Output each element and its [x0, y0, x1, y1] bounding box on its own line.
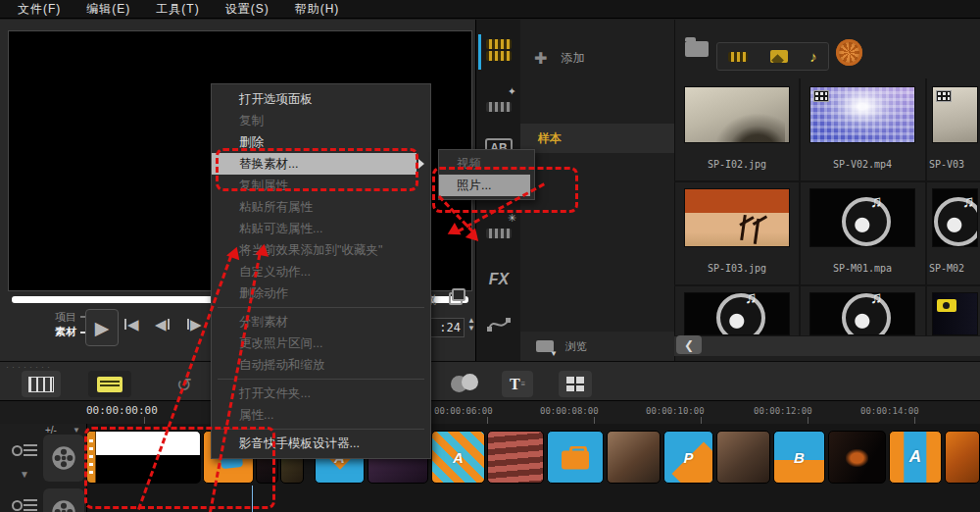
- menu-item-1[interactable]: 复制: [212, 110, 430, 131]
- timeline-clip-crowd[interactable]: [716, 431, 770, 484]
- speed-wheel-icon[interactable]: [836, 39, 862, 66]
- menu-item-4[interactable]: 复制属性: [212, 175, 430, 196]
- menubar-item-3[interactable]: 设置(S): [225, 1, 270, 18]
- timeline-clip-transA2[interactable]: A: [889, 431, 942, 484]
- media-library-icon[interactable]: [484, 35, 514, 65]
- timeline-clip-pFold[interactable]: P: [663, 431, 713, 484]
- timecode-spinner[interactable]: ▲ ▼: [467, 317, 475, 333]
- motion-path-icon[interactable]: [484, 309, 514, 338]
- clip-mode-label[interactable]: 素材: [43, 325, 76, 339]
- transition-icon[interactable]: ✦: [484, 92, 514, 122]
- browse-bar[interactable]: 浏览: [520, 332, 674, 361]
- track-expand-caret-icon[interactable]: ▼: [20, 469, 29, 480]
- subtitle-editor-button[interactable]: T≡: [502, 371, 533, 397]
- undo-icon[interactable]: ↺: [176, 374, 192, 396]
- video-filter-icon[interactable]: [728, 52, 748, 62]
- ruler-tick: [487, 417, 488, 424]
- library-thumb-SP-I03.jpg[interactable]: [684, 188, 790, 247]
- timeline-clip-suitcase[interactable]: [547, 431, 604, 484]
- submenu-item-0[interactable]: 视频: [439, 153, 534, 175]
- storyboard-view-button[interactable]: [22, 371, 61, 397]
- library-thumb-SP-V02.mp4[interactable]: [809, 86, 915, 143]
- timeline-clip-foodDark2[interactable]: [828, 431, 886, 484]
- menu-item-12[interactable]: 自动摇动和缩放: [212, 354, 430, 376]
- photo-filter-icon[interactable]: [770, 50, 788, 63]
- menu-item-3[interactable]: 替换素材...: [212, 153, 416, 175]
- library-scroll-strip[interactable]: [674, 335, 980, 356]
- ruler-label-3: 00:00:12:00: [754, 406, 812, 416]
- playhead-line: [252, 486, 253, 512]
- add-button[interactable]: ✚ 添加: [534, 49, 584, 68]
- track-ripple-icon[interactable]: [12, 498, 37, 512]
- thumb-label: SP-M02: [929, 263, 980, 274]
- home-button[interactable]: ◀: [123, 317, 139, 332]
- timeline-clip-blank[interactable]: [86, 431, 201, 484]
- video-track-icon[interactable]: [43, 435, 84, 482]
- menu-separator: [218, 429, 424, 430]
- timeline-clip-cooking[interactable]: [607, 431, 661, 484]
- library-thumb-clip-badge[interactable]: [932, 292, 978, 335]
- menubar-item-4[interactable]: 帮助(H): [295, 1, 340, 18]
- menu-item-10[interactable]: 分割素材: [212, 311, 430, 333]
- sound-mixer-icon[interactable]: [451, 374, 486, 393]
- folder-icon[interactable]: [685, 41, 709, 57]
- menu-item-14[interactable]: 属性...: [212, 404, 430, 426]
- library-thumb-SP-V03[interactable]: [932, 86, 978, 143]
- menu-item-8[interactable]: 自定义动作...: [212, 261, 430, 282]
- track-toggle-caret-icon[interactable]: ▼: [73, 426, 80, 435]
- menu-item-0[interactable]: 打开选项面板: [212, 88, 430, 110]
- timeline-clip-meatRows[interactable]: [487, 431, 544, 484]
- filter-fx-icon[interactable]: FX: [484, 265, 514, 294]
- menu-item-13[interactable]: 打开文件夹...: [212, 383, 430, 404]
- track-ripple-icon[interactable]: [12, 443, 37, 457]
- timeline-clip-bTrans[interactable]: B: [773, 431, 825, 484]
- ruler-tick: [701, 417, 702, 424]
- menu-item-9[interactable]: 删除动作: [212, 282, 430, 304]
- ruler-label-1: 00:00:08:00: [540, 406, 599, 416]
- replace-clip-submenu: 视频照片...: [438, 149, 535, 200]
- camera-badge-icon: [937, 299, 956, 312]
- library-thumb-SP-I02.jpg[interactable]: [684, 86, 790, 143]
- vinyl-disc-icon: [842, 293, 891, 335]
- vinyl-disc-icon: [842, 197, 891, 246]
- library-thumb-audio-vinyl[interactable]: ♫: [684, 292, 790, 335]
- context-menu: 打开选项面板复制删除替换素材...复制属性粘贴所有属性粘贴可选属性...将当前效…: [211, 83, 431, 459]
- split-screen-template-button[interactable]: [559, 371, 592, 397]
- play-button[interactable]: ▶: [85, 309, 119, 346]
- music-note-icon: ♫: [870, 292, 883, 308]
- menubar-item-1[interactable]: 编辑(E): [86, 1, 130, 18]
- submenu-item-1[interactable]: 照片...: [439, 175, 530, 196]
- ruler-tick: [144, 417, 145, 424]
- video-editor-window: 文件(F)编辑(E)工具(T)设置(S)帮助(H) ········ 项目 素材…: [0, 0, 980, 512]
- audio-filter-icon[interactable]: ♪: [809, 49, 817, 64]
- menu-item-6[interactable]: 粘贴可选属性...: [212, 218, 430, 239]
- menubar-item-0[interactable]: 文件(F): [18, 1, 61, 18]
- timeline-clip-personOrange[interactable]: [945, 431, 980, 484]
- timeline-view-button[interactable]: [88, 371, 131, 397]
- graphics-icon[interactable]: ✳: [484, 219, 514, 248]
- menu-item-7[interactable]: 将当前效果添加到"收藏夹": [212, 239, 430, 261]
- clip-letter: A: [909, 447, 921, 467]
- timeline-clip-diamondA[interactable]: A: [431, 431, 485, 484]
- collapse-chevron-icon[interactable]: ❮: [676, 335, 702, 354]
- nav-selected-indicator: [478, 34, 481, 70]
- next-frame-button[interactable]: ▶: [186, 317, 202, 332]
- thumbnail-grid: SP-I02.jpgSP-V02.mp4SP-V03SP-I03.jpg♫SP-…: [674, 78, 980, 335]
- menu-separator: [218, 379, 424, 380]
- menu-item-5[interactable]: 粘贴所有属性: [212, 196, 430, 218]
- library-thumb-SP-M02[interactable]: ♫: [932, 188, 978, 247]
- spinner-down-icon[interactable]: ▼: [467, 325, 475, 333]
- timeline-ruler[interactable]: 00:00:00:00 00:00:06:0000:00:08:0000:00:…: [0, 400, 980, 426]
- overlay-track-icon[interactable]: [43, 488, 84, 512]
- menu-item-2[interactable]: 删除: [212, 131, 430, 153]
- category-samples[interactable]: 样本: [520, 124, 674, 153]
- menu-item-15[interactable]: 影音快手模板设计器...: [212, 433, 430, 454]
- thumb-label: SP-V02.mp4: [804, 159, 921, 170]
- project-mode-label[interactable]: 项目: [43, 310, 76, 325]
- menu-item-11[interactable]: 更改照片区间...: [212, 333, 430, 354]
- library-thumb-audio-vinyl[interactable]: ♫: [809, 292, 915, 335]
- library-thumb-SP-M01.mpa[interactable]: ♫: [809, 188, 915, 247]
- thumb-label: SP-I02.jpg: [678, 159, 796, 170]
- menubar-item-2[interactable]: 工具(T): [156, 1, 199, 18]
- prev-frame-button[interactable]: ◀: [155, 317, 171, 332]
